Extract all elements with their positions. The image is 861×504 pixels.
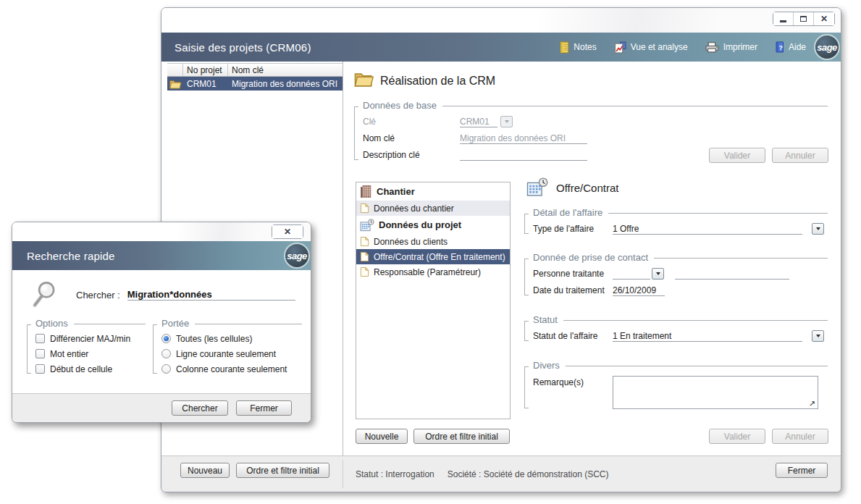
- resize-handle-icon[interactable]: ↗: [809, 399, 815, 408]
- building-icon: [360, 185, 372, 198]
- dialog-chercher-button[interactable]: Chercher: [172, 400, 228, 416]
- dialog-controls: ✕: [272, 224, 303, 239]
- tree-item-donnees-du-projet[interactable]: Données du projet: [356, 216, 510, 234]
- screen: ✕ Saisie des projets (CRM06) Notes Vue e…: [0, 0, 861, 504]
- toolbar-imprimer[interactable]: Imprimer: [705, 41, 757, 53]
- main-window-titlebar: ✕: [161, 8, 841, 33]
- cle-label: Clé: [363, 117, 460, 127]
- checkbox-label: Début de cellule: [50, 364, 112, 374]
- minimize-button[interactable]: [773, 12, 794, 25]
- help-icon: [775, 41, 784, 53]
- tree-item-donnees-du-clients[interactable]: Données du clients: [356, 234, 510, 249]
- radio-toutes-les-cellules[interactable]: Toutes (les cellules): [161, 333, 302, 344]
- search-icon: [31, 280, 60, 309]
- annuler-top-button: Annuler: [772, 148, 828, 163]
- type-affaire-field[interactable]: 1 Offre: [613, 223, 802, 235]
- date-traitement-field[interactable]: 26/10/2009: [613, 285, 665, 296]
- folder-icon: [169, 79, 182, 89]
- description-cle-label: Description clé: [363, 150, 460, 161]
- panel-divider: [343, 62, 343, 457]
- main-footer: Nouveau Ordre et filtre initial Statut :…: [161, 455, 841, 492]
- nom-cle-field[interactable]: Migration des données ORI: [460, 133, 587, 144]
- project-table-header: No projet Nom clé: [167, 64, 343, 77]
- tree-item-offre-contrat[interactable]: Offre/Contrat (Offre En traitement): [356, 249, 510, 264]
- ordre-filtre-initial-button[interactable]: Ordre et filtre initial: [413, 429, 510, 444]
- maximize-icon: [800, 16, 807, 22]
- calendar-clock-icon: [526, 177, 548, 197]
- type-affaire-dropdown[interactable]: [812, 223, 824, 235]
- toolbar-vue-label: Vue et analyse: [631, 42, 688, 52]
- checkbox-debut-de-cellule[interactable]: Début de cellule: [35, 364, 146, 374]
- chercher-label: Chercher :: [76, 290, 120, 301]
- window-title: Saisie des projets (CRM06): [175, 41, 311, 54]
- valider-bottom-button: Valider: [709, 429, 765, 444]
- tree-label: Offre/Contrat (Offre En traitement): [374, 252, 505, 262]
- sage-logo-text: sage: [814, 34, 840, 60]
- header-icon-col: [167, 64, 183, 76]
- chevron-down-icon: [816, 227, 820, 230]
- personne-traitante-field[interactable]: [613, 268, 650, 280]
- toolbar-vue-et-analyse[interactable]: Vue et analyse: [614, 41, 688, 54]
- page-title: Réalisation de la CRM: [380, 75, 495, 88]
- fieldset-legend: Donnée de prise de contact: [533, 252, 828, 263]
- view-analyze-icon: [614, 41, 626, 54]
- offre-contrat-title: Offre/Contrat: [556, 182, 618, 194]
- tree-item-donnees-du-chantier[interactable]: Données du chantier: [356, 201, 510, 216]
- close-button[interactable]: ✕: [814, 12, 834, 25]
- fieldset-legend: Statut: [533, 314, 828, 325]
- search-input[interactable]: Migration*données: [127, 289, 295, 301]
- description-cle-field[interactable]: [460, 149, 587, 161]
- fieldset-divers: Divers Remarque(s) ↗: [533, 360, 828, 409]
- cle-dropdown: [500, 116, 513, 127]
- cle-field: CRM01: [460, 116, 497, 127]
- radio-icon: [161, 364, 171, 374]
- radio-selected-icon: [161, 334, 171, 343]
- remarques-label: Remarque(s): [533, 376, 613, 388]
- personne-traitante-name-field[interactable]: [675, 268, 789, 280]
- fieldset-portee: Portée Toutes (les cellules) Ligne coura…: [161, 318, 302, 374]
- table-row-crm01[interactable]: CRM01 Migration des données ORI: [167, 77, 343, 91]
- fieldset-legend: Divers: [533, 360, 828, 371]
- fieldset-statut: Statut Statut de l'affaire 1 En traiteme…: [533, 314, 828, 342]
- dialog-content: Chercher : Migration*données Options Dif…: [12, 270, 311, 395]
- tree-label: Responsable (Paramétreur): [374, 267, 481, 277]
- personne-traitante-dropdown[interactable]: [652, 268, 664, 280]
- toolbar-aide-label: Aide: [789, 42, 806, 52]
- statut-affaire-dropdown[interactable]: [812, 330, 824, 342]
- nom-cle-label: Nom clé: [363, 133, 460, 144]
- remarques-textarea[interactable]: ↗: [613, 376, 818, 409]
- dialog-titlebar: ✕: [12, 222, 311, 241]
- footer-ordre-filtre-button[interactable]: Ordre et filtre initial: [236, 463, 329, 478]
- toolbar-aide[interactable]: Aide: [775, 41, 806, 53]
- minimize-icon: [780, 20, 786, 22]
- tree-item-responsable[interactable]: Responsable (Paramétreur): [356, 264, 510, 280]
- toolbar-notes-label: Notes: [574, 42, 596, 52]
- radio-colonne-courante[interactable]: Colonne courante seulement: [161, 364, 302, 374]
- dialog-fermer-button[interactable]: Fermer: [236, 400, 292, 416]
- statut-affaire-field[interactable]: 1 En traitement: [613, 330, 802, 342]
- tree-label: Données du chantier: [374, 203, 454, 214]
- radio-ligne-courante[interactable]: Ligne courante seulement: [161, 348, 302, 359]
- dialog-close-button[interactable]: ✕: [272, 225, 303, 238]
- tree-item-chantier[interactable]: Chantier: [356, 182, 510, 201]
- toolbar-notes[interactable]: Notes: [560, 41, 596, 54]
- societe-text: Société : Société de démonstration (SCC): [448, 469, 609, 479]
- checkbox-mot-entier[interactable]: Mot entier: [35, 348, 146, 359]
- section-tree: Chantier Données du chantier Données du …: [356, 182, 511, 419]
- cell-no-projet: CRM01: [183, 79, 228, 89]
- checkbox-icon: [35, 364, 45, 374]
- sage-logo-text: sage: [284, 243, 310, 269]
- nouveau-button[interactable]: Nouveau: [180, 463, 230, 478]
- sage-logo: sage: [284, 243, 311, 269]
- print-icon: [705, 41, 719, 53]
- status-bar: Statut : Interrogation Société : Société…: [356, 456, 609, 492]
- checkbox-differencier-maj-min[interactable]: Différencier MAJ/min: [35, 333, 146, 344]
- tree-label: Données du clients: [374, 237, 448, 247]
- maximize-button[interactable]: [794, 12, 814, 25]
- page-icon: [360, 236, 369, 247]
- nouvelle-button[interactable]: Nouvelle: [356, 429, 408, 444]
- header-nom-cle: Nom clé: [228, 64, 343, 76]
- checkbox-label: Mot entier: [50, 349, 88, 359]
- fermer-button[interactable]: Fermer: [776, 463, 828, 478]
- sage-logo: sage: [814, 34, 841, 60]
